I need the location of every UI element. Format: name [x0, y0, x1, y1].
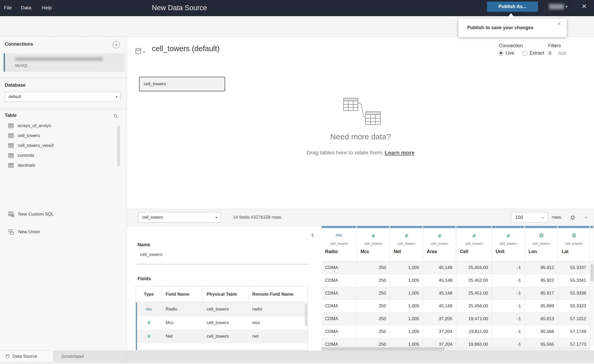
grid-cell: 1,005 — [390, 313, 423, 325]
grid-cell: -1 — [492, 300, 525, 313]
caret-down-icon[interactable]: ▾ — [566, 4, 568, 9]
column-field-name: Unit — [496, 249, 505, 254]
scrollbar-thumb[interactable] — [591, 264, 593, 282]
table-select-dropdown[interactable]: cell_towers ▾ — [138, 212, 221, 223]
grid-vertical-scrollbar[interactable] — [590, 261, 594, 347]
scrollbar-thumb[interactable] — [321, 347, 445, 350]
sidebar-table-item[interactable]: decimals — [0, 160, 127, 170]
table-name-input[interactable]: cell_towers — [140, 252, 162, 257]
sidebar-scrollbar[interactable] — [117, 126, 120, 166]
new-custom-sql-button[interactable]: New Custom SQL — [0, 209, 127, 219]
tab-data-source[interactable]: Data Source — [0, 351, 53, 362]
physical-table-cell: cell_towers — [203, 330, 249, 343]
grid-column-header[interactable]: #cell_towersUnit — [492, 226, 525, 261]
grid-cell: 250 — [357, 274, 390, 287]
grid-column-header[interactable]: Abccell_towersRadio — [321, 226, 357, 261]
fields-table-body: AbcRadiocell_towersradio#Mcccell_towersm… — [136, 302, 308, 350]
live-radio[interactable]: Live — [499, 50, 514, 56]
row-limit-input[interactable]: 100 → — [511, 212, 548, 223]
fields-scrollbar[interactable] — [305, 304, 307, 326]
gear-icon[interactable] — [569, 214, 576, 222]
menu-data[interactable]: Data — [21, 5, 31, 11]
rows-label: rows — [552, 209, 561, 226]
column-accent-bar — [321, 226, 356, 228]
sidebar-table-item[interactable]: arrays_of_arrays — [0, 121, 127, 131]
grid-cell: 45,148 — [423, 287, 456, 300]
grid-cell: 85.912 — [525, 261, 558, 274]
grid-body: CDMA2501,00545,14825,455.00-185.91255.33… — [321, 261, 594, 347]
column-accent-bar — [357, 226, 389, 228]
grid-cell: 85.917 — [525, 287, 558, 300]
grid-cell: 65.568 — [525, 325, 558, 338]
grid-column-header[interactable]: cell_towersLon — [525, 226, 558, 261]
column-field-name: Lon — [529, 249, 537, 254]
grid-cell: 55.3338 — [558, 287, 590, 300]
sidebar-table-item[interactable]: cell_towers — [0, 131, 127, 141]
fields-label: Fields — [137, 276, 151, 282]
column-accent-bar — [423, 226, 455, 228]
grid-cell: 250 — [357, 261, 390, 274]
caret-down-icon[interactable]: ▾ — [143, 50, 145, 54]
radio-selected-icon[interactable] — [499, 51, 503, 56]
number-type-icon: # — [372, 233, 375, 239]
close-window-icon[interactable]: × — [582, 2, 587, 10]
learn-more-link[interactable]: Learn more — [385, 150, 414, 156]
name-label: Name — [137, 242, 150, 248]
column-field-name: Radio — [325, 249, 338, 254]
extract-radio[interactable]: Extract — [523, 50, 544, 56]
field-row[interactable]: AbcRadiocell_towersradio — [136, 302, 308, 316]
grid-column-header[interactable]: #cell_towersArea — [423, 226, 456, 261]
chevron-down-icon[interactable] — [584, 215, 589, 220]
connection-section-label: Connection — [499, 43, 523, 49]
grid-cell: 55.3341 — [558, 274, 590, 287]
number-type-icon: # — [507, 233, 510, 239]
menu-help[interactable]: Help — [42, 5, 52, 11]
table-icon — [8, 162, 14, 169]
grid-column-header[interactable]: cell_towersLat — [558, 226, 590, 261]
menu-file[interactable]: File — [4, 5, 12, 11]
grid-column-header[interactable]: #cell_towersCell — [456, 226, 492, 261]
grid-column-header[interactable]: #cell_towersNet — [390, 226, 423, 261]
database-select[interactable]: default ▾ — [5, 92, 121, 102]
relationship-canvas: ▾ cell_towers (default) Connection Live … — [127, 37, 594, 209]
grid-row: CDMA2501,00545,14825,455.00-185.91255.33… — [321, 261, 594, 274]
grid-cell: -1 — [492, 261, 525, 274]
field-name-cell: Net — [162, 330, 203, 343]
grid-column-partial[interactable] — [590, 226, 594, 261]
tooltip-arrow — [507, 13, 515, 18]
new-union-button[interactable]: New Union — [0, 227, 127, 237]
apply-rows-icon[interactable]: → — [540, 214, 545, 220]
grid-column-header[interactable]: #cell_towersMcc — [357, 226, 390, 261]
radio-unselected-icon[interactable] — [523, 51, 527, 56]
tab-scratchpad[interactable]: Scratchpad — [53, 351, 127, 362]
field-row[interactable]: #Netcell_towersnet — [136, 330, 308, 343]
column-header-type: Type — [136, 286, 162, 302]
search-icon[interactable] — [113, 113, 119, 120]
publish-as-button[interactable]: Publish As... — [487, 2, 538, 12]
datasource-db-icon[interactable] — [134, 47, 142, 57]
column-accent-bar — [390, 226, 422, 228]
column-accent-bar — [456, 226, 491, 228]
filters-add-button[interactable]: Add — [558, 51, 566, 56]
database-label: Database — [5, 82, 26, 88]
collapse-panel-icon[interactable]: ‹ — [311, 231, 314, 238]
table-node-cell-towers[interactable]: cell_towers — [139, 77, 225, 91]
filters-section-label: Filters — [548, 43, 561, 49]
connection-item[interactable]: MySQL — [4, 53, 125, 72]
add-connection-icon[interactable]: + — [113, 41, 120, 48]
table-icon — [8, 123, 14, 129]
number-type-icon: # — [405, 233, 408, 239]
grid-row: CDMA2501,00537,20419,811.00-165.56857.17… — [321, 325, 594, 338]
user-account-menu[interactable] — [549, 4, 564, 9]
grid-cell: 45,148 — [423, 300, 456, 313]
column-field-name: Mcc — [361, 249, 369, 254]
sidebar-table-item[interactable]: commits — [0, 151, 127, 160]
grid-horizontal-scrollbar[interactable] — [321, 347, 590, 351]
sidebar-table-item[interactable]: cell_towers_view2 — [0, 141, 127, 151]
globe-icon — [539, 233, 544, 238]
field-row[interactable]: #Mcccell_towersmcc — [136, 316, 308, 330]
number-type-icon: # — [148, 320, 151, 326]
grid-cell: 19,863.00 — [456, 338, 492, 347]
grid-cell: 85.899 — [525, 300, 558, 313]
tooltip-close-icon[interactable]: × — [557, 21, 561, 27]
